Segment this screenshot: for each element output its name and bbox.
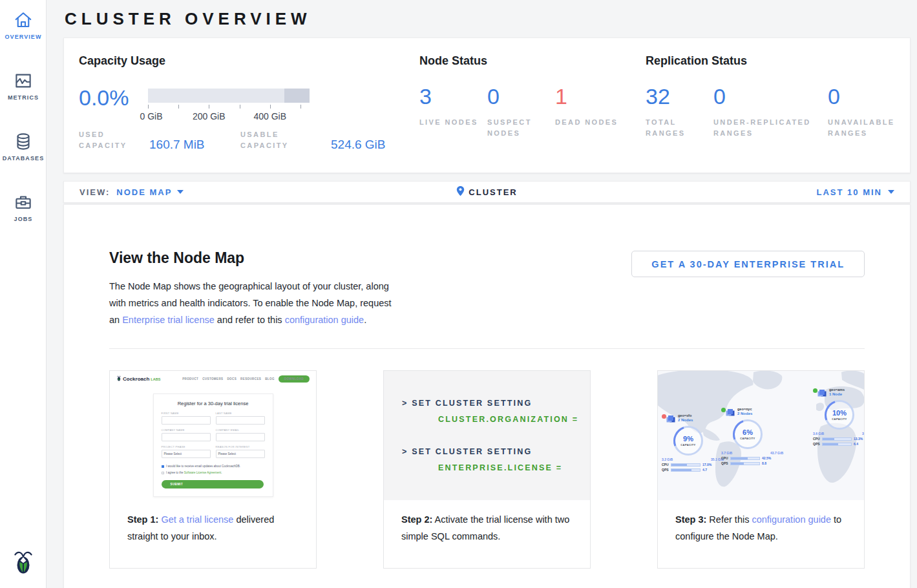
mini-field-input xyxy=(216,433,265,441)
mini-trial-form: Register for a 30-day trial license FIRS… xyxy=(153,394,273,497)
node-status-title: Node Status xyxy=(419,54,646,68)
mini-nav-item: DOCS xyxy=(227,377,237,381)
chevron-down-icon xyxy=(888,190,894,194)
mini-nav-item: BLOG xyxy=(265,377,275,381)
total-ranges-label: TOTAL RANGES xyxy=(646,117,713,139)
sidebar-item-databases[interactable]: DATABASES xyxy=(0,121,47,168)
step2-caption: Step 2: Activate the trial license with … xyxy=(384,500,590,545)
map-locality-ams: geo=ams 1 Node 10% CAPACITY 3.6 GiB36.4 … xyxy=(813,388,864,446)
mini-nav-item: RESOURCES xyxy=(240,377,261,381)
mini-checkbox-label: I would like to receive email updates ab… xyxy=(166,465,240,468)
get-trial-license-link[interactable]: Get a trial license xyxy=(161,514,233,525)
sql-command: > SET CLUSTER SETTING xyxy=(402,447,590,456)
capacity-used-percent: 0.0% xyxy=(79,87,148,109)
mini-field-input xyxy=(216,416,265,425)
capacity-gauge-bar xyxy=(148,89,310,103)
locality-name: geo=nyc xyxy=(737,407,752,411)
capacity-gauge-ticks xyxy=(148,105,310,110)
status-dot-green xyxy=(721,408,726,412)
status-dot-green xyxy=(813,388,817,393)
suspect-nodes-label: SUSPECT NODES xyxy=(487,117,555,139)
time-range-dropdown[interactable]: LAST 10 MIN xyxy=(817,187,894,197)
step3-card: geo=sfo 2 Nodes 9% CAPACITY 3.2 GiB35.1 … xyxy=(657,370,865,569)
sidebar: OVERVIEW METRICS DATABASES xyxy=(0,0,47,588)
capacity-ring: 6% CAPACITY xyxy=(733,419,763,449)
view-selector-dropdown[interactable]: NODE MAP xyxy=(116,187,184,197)
node-map-title: View the Node Map xyxy=(109,249,401,267)
sidebar-item-label: METRICS xyxy=(0,94,47,101)
breadcrumb: CLUSTER xyxy=(469,187,517,197)
mini-brand: Cockroach xyxy=(123,376,149,382)
divider xyxy=(109,348,865,349)
node-status-section: Node Status 3 LIVE NODES 0 SUSPECT NODES… xyxy=(419,54,646,173)
mini-field-input xyxy=(162,416,211,425)
sidebar-item-jobs[interactable]: JOBS xyxy=(0,182,47,229)
mini-field-label: LAST NAME xyxy=(216,412,265,415)
mini-submit-button: SUBMIT xyxy=(162,480,264,488)
capacity-ring: 9% CAPACITY xyxy=(673,426,703,456)
databases-icon xyxy=(0,132,47,151)
metrics-icon xyxy=(0,71,47,90)
locality-node-count: 2 Nodes xyxy=(678,418,693,422)
dead-nodes-value: 1 xyxy=(555,85,623,107)
step2-card: > SET CLUSTER SETTING CLUSTER.ORGANIZATI… xyxy=(383,370,591,569)
mini-checkbox-unchecked xyxy=(162,472,165,475)
step3-caption: Step 3: Refer this configuration guide t… xyxy=(658,500,864,545)
capacity-usage-title: Capacity Usage xyxy=(79,54,419,68)
mini-download-button: DOWNLOAD xyxy=(279,375,310,383)
nodes-cube-icon xyxy=(728,409,733,414)
mini-nav-item: PRODUCT xyxy=(182,377,198,381)
view-bar: VIEW: NODE MAP CLUSTER LAST 10 MIN xyxy=(63,181,911,203)
suspect-nodes-stat: 0 SUSPECT NODES xyxy=(487,85,555,139)
replication-status-section: Replication Status 32 TOTAL RANGES 0 UND… xyxy=(646,54,896,173)
locality-node-count: 1 Node xyxy=(829,392,845,396)
capacity-usage-section: Capacity Usage 0.0% 0 GiB 200 GiB 400 Gi… xyxy=(79,54,419,173)
used-capacity-label: USED CAPACITY xyxy=(79,129,143,151)
usable-capacity-label: USABLE CAPACITY xyxy=(240,129,311,151)
sql-command: > SET CLUSTER SETTING xyxy=(402,399,590,408)
trial-signup-screenshot: Cockroach LABS PRODUCT CUSTOMERS DOCS RE… xyxy=(110,371,316,500)
node-map-description: The Node Map shows the geographical layo… xyxy=(109,278,401,328)
mini-brand-suffix: LABS xyxy=(151,377,160,381)
enterprise-trial-license-link[interactable]: Enterprise trial license xyxy=(122,315,215,325)
dead-nodes-label: DEAD NODES xyxy=(555,117,623,128)
mini-field-label: FIRST NAME xyxy=(162,412,211,415)
cockroach-bug-icon xyxy=(116,375,121,383)
sidebar-item-label: JOBS xyxy=(0,216,47,222)
view-label: VIEW: xyxy=(79,187,110,197)
mini-checkbox-label: I agree to the Software License Agreemen… xyxy=(166,471,222,475)
unavailable-ranges-stat: 0 UNAVAILABLE RANGES xyxy=(828,85,896,139)
sidebar-item-metrics[interactable]: METRICS xyxy=(0,61,47,107)
total-ranges-stat: 32 TOTAL RANGES xyxy=(646,85,713,139)
sql-commands-graphic: > SET CLUSTER SETTING CLUSTER.ORGANIZATI… xyxy=(384,371,590,500)
mini-nav-item: CUSTOMERS xyxy=(202,377,223,381)
capacity-gauge: 0 GiB 200 GiB 400 GiB xyxy=(148,89,310,120)
sidebar-item-overview[interactable]: OVERVIEW xyxy=(0,0,47,47)
capacity-ring: 10% CAPACITY xyxy=(825,400,854,430)
suspect-nodes-value: 0 xyxy=(487,85,555,107)
step1-card: Cockroach LABS PRODUCT CUSTOMERS DOCS RE… xyxy=(109,370,317,569)
location-pin-icon xyxy=(456,185,465,198)
get-enterprise-trial-button[interactable]: GET A 30-DAY ENTERPRISE TRIAL xyxy=(631,251,865,277)
locality-name: geo=sfo xyxy=(678,414,693,417)
mini-field-select: Please Select xyxy=(216,450,265,458)
cockroachdb-logo xyxy=(0,549,47,578)
locality-node-count: 2 Nodes xyxy=(737,412,752,415)
mini-field-label: PROJECT PHASE xyxy=(162,445,211,448)
map-locality-nyc: geo=nyc 2 Nodes 6% CAPACITY 3.7 GiB43.7 … xyxy=(721,407,783,465)
cluster-summary-panel: Capacity Usage 0.0% 0 GiB 200 GiB 400 Gi… xyxy=(63,37,911,173)
configuration-guide-link[interactable]: configuration guide xyxy=(752,514,831,525)
configuration-guide-link[interactable]: configuration guide xyxy=(285,315,364,325)
under-replicated-ranges-stat: 0 UNDER-REPLICATED RANGES xyxy=(713,85,828,139)
dead-nodes-stat: 1 DEAD NODES xyxy=(555,85,623,139)
page-title: CLUSTER OVERVIEW xyxy=(65,9,911,29)
home-icon xyxy=(0,10,47,30)
map-locality-sfo: geo=sfo 2 Nodes 9% CAPACITY 3.2 GiB35.1 … xyxy=(662,414,724,472)
sidebar-item-label: OVERVIEW xyxy=(0,34,47,40)
gauge-tick-label: 200 GiB xyxy=(193,111,226,121)
gauge-tick-label: 0 GiB xyxy=(140,111,162,121)
live-nodes-label: LIVE NODES xyxy=(419,117,487,128)
mini-field-input xyxy=(162,433,211,441)
mini-field-label: COMPANY NAME xyxy=(162,428,211,432)
sql-setting: CLUSTER.ORGANIZATION = xyxy=(438,415,590,424)
